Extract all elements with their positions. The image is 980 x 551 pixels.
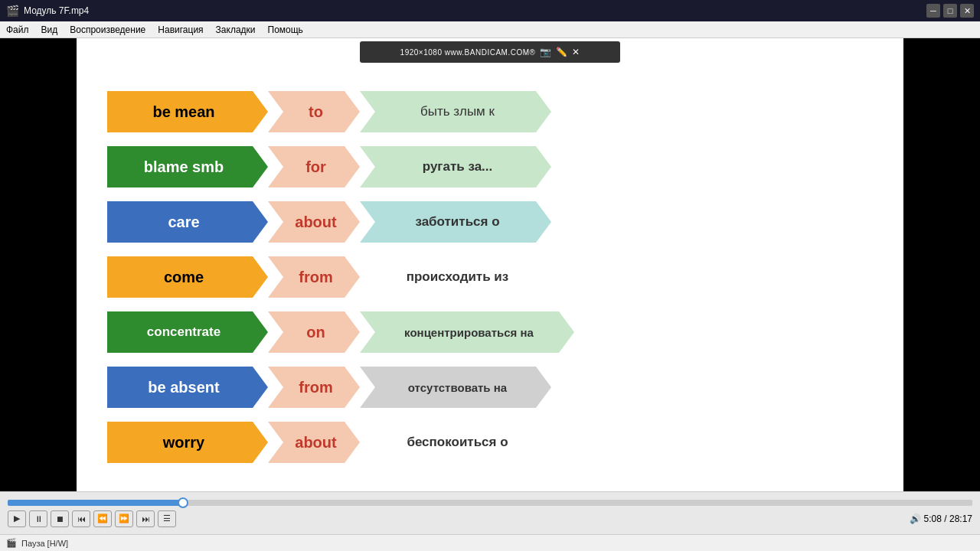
content-area: 1920×1080 www.BANDICAM.COM® 📷 ✏️ ✕ be me… [0,38,980,491]
phrase-row-2: blame smb for ругать за... [107,144,873,190]
menu-file[interactable]: Файл [6,24,29,35]
phrases-container: be mean to быть злым к blame smb for [77,63,903,491]
close-bar-icon[interactable]: ✕ [572,47,580,57]
menu-view[interactable]: Вид [41,24,58,35]
trans-6: отсутствовать на [360,367,551,408]
verb-concentrate: concentrate [107,311,268,353]
phrase-row-6: be absent from отсутствовать на [107,364,873,410]
play-button[interactable]: ▶ [8,510,26,527]
phrase-row-1: be mean to быть злым к [107,89,873,135]
phrase-row-7: worry about беспокоиться о [107,419,873,465]
menu-bookmarks[interactable]: Закладки [216,24,256,35]
film-icon: 🎬 [6,538,17,548]
trans-1: быть злым к [360,91,551,132]
next-frame-button[interactable]: ⏭ [136,510,155,527]
maximize-button[interactable]: □ [943,4,957,18]
phrase-row-4: come from происходить из [107,254,873,300]
prep-on: on [268,311,360,353]
video-frame: 1920×1080 www.BANDICAM.COM® 📷 ✏️ ✕ be me… [77,38,903,491]
volume-icon: 🔊 [910,514,921,524]
playlist-button[interactable]: ☰ [158,510,176,527]
player-controls: ▶ ⏸ ⏹ ⏮ ⏪ ⏩ ⏭ ☰ 🔊 5:08 / 28:17 [8,510,972,527]
verb-worry: worry [107,422,268,463]
status-text: Пауза [H/W] [21,539,68,548]
prep-to: to [268,91,360,132]
progress-bar[interactable] [8,500,972,506]
time-display: 5:08 / 28:17 [924,514,972,524]
progress-thumb [178,497,188,508]
window-title: Модуль 7F.mp4 [24,5,922,16]
stop-button[interactable]: ⏹ [51,510,69,527]
player-bar: ▶ ⏸ ⏹ ⏮ ⏪ ⏩ ⏭ ☰ 🔊 5:08 / 28:17 [0,491,980,534]
app-icon: 🎬 [6,5,19,17]
title-bar: 🎬 Модуль 7F.mp4 ─ □ ✕ [0,0,980,21]
trans-7: беспокоиться о [360,422,551,463]
verb-come: come [107,256,268,298]
trans-2: ругать за... [360,146,551,187]
camera-icon: 📷 [540,47,551,57]
menu-help[interactable]: Помощь [268,24,303,35]
verb-be-absent: be absent [107,367,268,408]
forward-button[interactable]: ⏩ [115,510,133,527]
main-window: 🎬 Модуль 7F.mp4 ─ □ ✕ Файл Вид Воспроизв… [0,0,980,551]
phrase-row-3: care about заботиться о [107,199,873,245]
verb-blame-smb: blame smb [107,146,268,187]
verb-be-mean: be mean [107,91,268,132]
trans-3: заботиться о [360,201,551,243]
trans-5: концентрироваться на [360,311,574,353]
pencil-icon: ✏️ [556,47,567,57]
minimize-button[interactable]: ─ [926,4,940,18]
verb-care: care [107,201,268,243]
bandicam-bar: 1920×1080 www.BANDICAM.COM® 📷 ✏️ ✕ [360,41,620,63]
menu-bar: Файл Вид Воспроизведение Навигация Закла… [0,21,980,38]
prep-about-1: about [268,201,360,243]
bandicam-label: 1920×1080 www.BANDICAM.COM® [400,48,536,57]
prep-from-2: from [268,367,360,408]
menu-navigation[interactable]: Навигация [158,24,203,35]
pause-button[interactable]: ⏸ [29,510,47,527]
window-controls: ─ □ ✕ [926,4,974,18]
prep-for: for [268,146,360,187]
rewind-button[interactable]: ⏪ [93,510,112,527]
progress-fill [8,500,183,506]
prep-about-2: about [268,422,360,463]
phrase-row-5: concentrate on концентрироваться на [107,309,873,355]
close-button[interactable]: ✕ [960,4,974,18]
menu-playback[interactable]: Воспроизведение [70,24,145,35]
trans-4: происходить из [360,256,551,298]
volume-area: 🔊 5:08 / 28:17 [910,514,972,524]
prep-from-1: from [268,256,360,298]
prev-frame-button[interactable]: ⏮ [72,510,90,527]
status-bar: 🎬 Пауза [H/W] [0,534,980,551]
